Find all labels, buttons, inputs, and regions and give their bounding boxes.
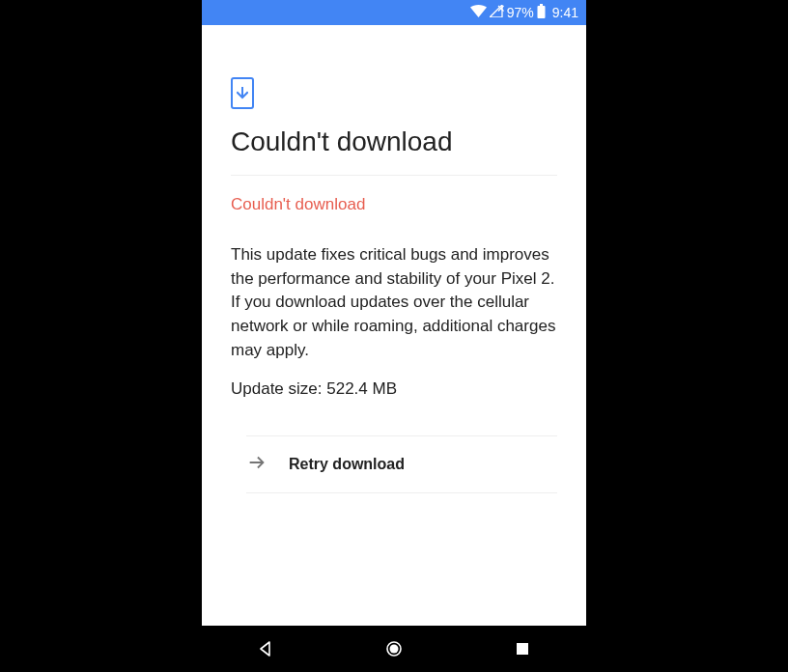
- status-icons: 97% 9:41: [470, 4, 578, 21]
- nav-recent-button[interactable]: [484, 626, 561, 672]
- page-title: Couldn't download: [231, 126, 557, 173]
- error-message: Couldn't download: [231, 195, 557, 214]
- content-area: Couldn't download Couldn't download This…: [202, 25, 586, 626]
- divider: [231, 175, 557, 176]
- download-icon: [231, 77, 254, 109]
- retry-download-button[interactable]: Retry download: [246, 435, 557, 493]
- clock-time: 9:41: [552, 5, 578, 20]
- arrow-right-icon: [246, 452, 267, 477]
- svg-rect-3: [537, 6, 545, 18]
- status-bar: 97% 9:41: [202, 0, 586, 25]
- update-description: This update fixes critical bugs and impr…: [231, 243, 557, 362]
- battery-icon: [537, 4, 546, 21]
- battery-percent: 97%: [507, 5, 534, 20]
- svg-rect-2: [540, 4, 543, 6]
- navigation-bar: [202, 626, 586, 672]
- update-size: Update size: 522.4 MB: [231, 379, 557, 399]
- retry-download-label: Retry download: [289, 456, 405, 473]
- svg-rect-6: [517, 643, 528, 655]
- nav-home-button[interactable]: [355, 626, 433, 672]
- cellular-no-signal-icon: [490, 5, 504, 20]
- wifi-icon: [470, 5, 487, 20]
- nav-back-button[interactable]: [227, 626, 304, 672]
- svg-point-5: [389, 645, 398, 654]
- phone-frame: 97% 9:41 Couldn't download Couldn't down…: [202, 0, 586, 672]
